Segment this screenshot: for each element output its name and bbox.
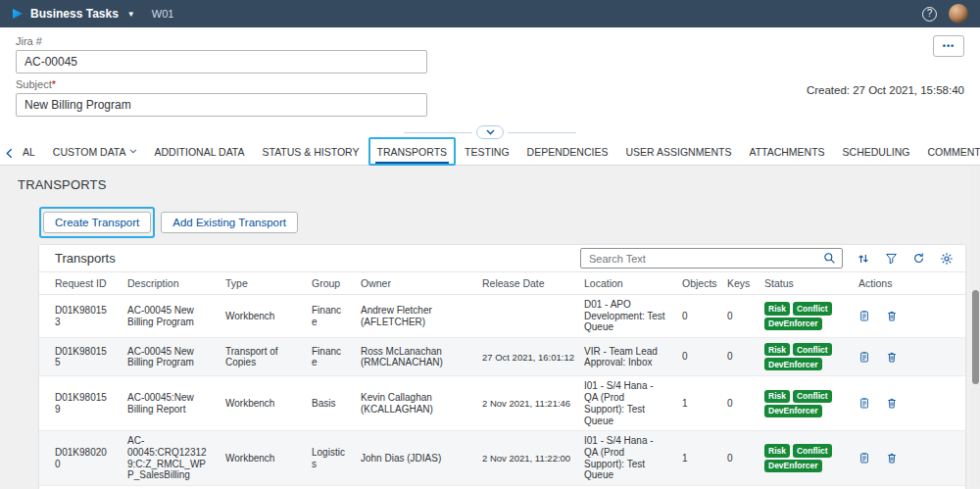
column-header[interactable]: Description xyxy=(120,272,218,295)
cell-objects: 1 xyxy=(674,431,719,486)
help-icon[interactable]: ? xyxy=(922,7,937,22)
search-box xyxy=(580,248,843,269)
refresh-icon[interactable] xyxy=(912,252,925,265)
cell-type: Workbench xyxy=(218,431,304,486)
chevron-down-icon[interactable] xyxy=(129,149,137,154)
collapse-header-button[interactable] xyxy=(476,125,504,139)
cell-status: RiskConflictDevEnforcer xyxy=(757,338,851,376)
cell-release-date: 2 Nov 2021, 11:21:46 xyxy=(474,376,576,431)
tab[interactable]: SCHEDULING xyxy=(841,141,912,165)
tab-strip: AL CUSTOM DATA ADDITIONAL DATA STATUS & … xyxy=(0,141,980,166)
cell-actions xyxy=(851,295,965,338)
cell-owner: John Dias (JDIAS) xyxy=(353,431,474,486)
delete-trash-icon[interactable] xyxy=(886,452,898,465)
tab[interactable]: TESTING xyxy=(463,141,512,165)
tab[interactable]: ADDITIONAL DATA xyxy=(153,141,247,165)
transports-card: Transports xyxy=(39,245,965,489)
scrollbar-thumb[interactable] xyxy=(972,290,979,384)
tab-label: AL xyxy=(23,146,35,158)
create-transport-button[interactable]: Create Transport xyxy=(43,212,151,233)
cell-release-date: 27 Oct 2021, 16:01:12 xyxy=(474,338,576,376)
sort-icon[interactable] xyxy=(857,252,870,266)
tab-label: ADDITIONAL DATA xyxy=(155,146,245,158)
column-header[interactable]: Group xyxy=(304,272,353,295)
copy-document-icon[interactable] xyxy=(858,397,870,410)
cell-type: Workbench xyxy=(218,295,304,338)
column-header[interactable]: Keys xyxy=(719,272,757,295)
transports-toolbar: Transports xyxy=(39,245,965,271)
tab-label: DEPENDENCIES xyxy=(527,146,609,158)
cell-location: VIR - Team Lead Approval: Inbox xyxy=(576,338,674,376)
copy-document-icon[interactable] xyxy=(858,351,870,364)
section-title: TRANSPORTS xyxy=(0,166,980,192)
collapse-line-left xyxy=(404,132,472,133)
column-header[interactable]: Location xyxy=(576,272,674,295)
filter-icon[interactable] xyxy=(885,252,898,265)
copy-document-icon[interactable] xyxy=(858,452,870,465)
column-header[interactable]: Release Date xyxy=(474,272,576,295)
table-row[interactable]: D01K980159 AC-00045:New Billing Report W… xyxy=(39,376,965,431)
cell-group: Finance xyxy=(304,338,353,376)
status-badge: DevEnforcer xyxy=(764,405,822,417)
column-header[interactable]: Type xyxy=(218,272,304,295)
transports-table-body: D01K980153 AC-00045 New Billing Program … xyxy=(39,295,965,489)
app-title[interactable]: Business Tasks xyxy=(30,7,119,21)
status-badge: Conflict xyxy=(793,390,832,403)
status-badge: Conflict xyxy=(793,343,832,356)
tab-label: TESTING xyxy=(465,146,510,158)
delete-trash-icon[interactable] xyxy=(886,351,898,364)
cell-owner: Achim Toeper (ATOEPER) xyxy=(353,485,474,489)
cell-description: AC-00045:CRQ123129:C:Z_RMCL_WPP_SalesBil… xyxy=(120,431,218,486)
app-title-caret-icon[interactable]: ▼ xyxy=(127,10,135,19)
cell-status: RiskConflictDevEnforcer xyxy=(757,295,851,338)
tab[interactable]: STATUS & HISTORY xyxy=(261,141,362,165)
status-badge: DevEnforcer xyxy=(764,358,822,370)
table-row[interactable]: D01K980202 AC-00045:AC00045:New Role Cus… xyxy=(39,485,965,489)
tab[interactable]: DEPENDENCIES xyxy=(525,141,611,165)
column-header[interactable]: Owner xyxy=(353,272,474,295)
tab-scroll-left-icon[interactable] xyxy=(6,141,13,165)
column-header[interactable]: Actions xyxy=(851,272,965,295)
cell-objects: 10 xyxy=(674,485,719,489)
cell-objects: 1 xyxy=(674,376,719,431)
search-icon[interactable] xyxy=(823,252,836,265)
column-header[interactable]: Request ID xyxy=(39,272,120,295)
toolbar-icons xyxy=(857,252,954,266)
cell-actions xyxy=(851,485,965,489)
tab[interactable]: TRANSPORTS xyxy=(375,141,450,165)
cell-release-date: 2 Nov 2021, 11:22:11 xyxy=(474,485,576,489)
status-badge: DevEnforcer xyxy=(764,318,822,330)
cell-release-date xyxy=(474,295,576,338)
cell-status: RiskConflictDevEnforcer xyxy=(757,485,851,489)
settings-gear-icon[interactable] xyxy=(940,252,954,266)
search-input[interactable] xyxy=(587,252,817,266)
jira-input[interactable] xyxy=(16,50,427,73)
cell-actions xyxy=(851,431,965,486)
copy-document-icon[interactable] xyxy=(858,310,870,322)
tab[interactable]: ATTACHMENTS xyxy=(747,141,826,165)
column-header[interactable]: Status xyxy=(757,272,851,295)
tab[interactable]: USER ASSIGNMENTS xyxy=(623,141,733,165)
delete-trash-icon[interactable] xyxy=(886,397,898,410)
cell-keys: 0 xyxy=(719,431,757,486)
table-row[interactable]: D01K980155 AC-00045 New Billing Program … xyxy=(39,338,965,376)
tab[interactable]: AL xyxy=(21,141,37,165)
cell-description: AC-00045:AC00045:New Role xyxy=(120,485,218,489)
avatar[interactable] xyxy=(949,4,968,24)
cell-status: RiskConflictDevEnforcer xyxy=(757,376,851,431)
overflow-menu-button[interactable]: ••• xyxy=(933,35,964,57)
cell-location: I01 - S/4 Hana - QA (Prod Support): Test… xyxy=(576,431,674,486)
tab[interactable]: CUSTOM DATA xyxy=(51,141,139,165)
cell-keys: 0 xyxy=(719,338,757,376)
column-header[interactable]: Objects xyxy=(674,272,719,295)
table-row[interactable]: D01K980200 AC-00045:CRQ123129:C:Z_RMCL_W… xyxy=(39,431,965,486)
subject-input[interactable] xyxy=(16,93,427,117)
delete-trash-icon[interactable] xyxy=(886,310,898,322)
cell-location: D01 - S/4 Hana - Development (Prod Suppo… xyxy=(576,485,674,489)
tab[interactable]: COMMENTS xyxy=(925,141,980,165)
cell-objects: 0 xyxy=(674,295,719,338)
add-existing-transport-button[interactable]: Add Existing Transport xyxy=(161,212,298,233)
table-row[interactable]: D01K980153 AC-00045 New Billing Program … xyxy=(39,295,965,338)
cell-keys: 11 xyxy=(719,485,757,489)
system-id: W01 xyxy=(152,8,174,20)
